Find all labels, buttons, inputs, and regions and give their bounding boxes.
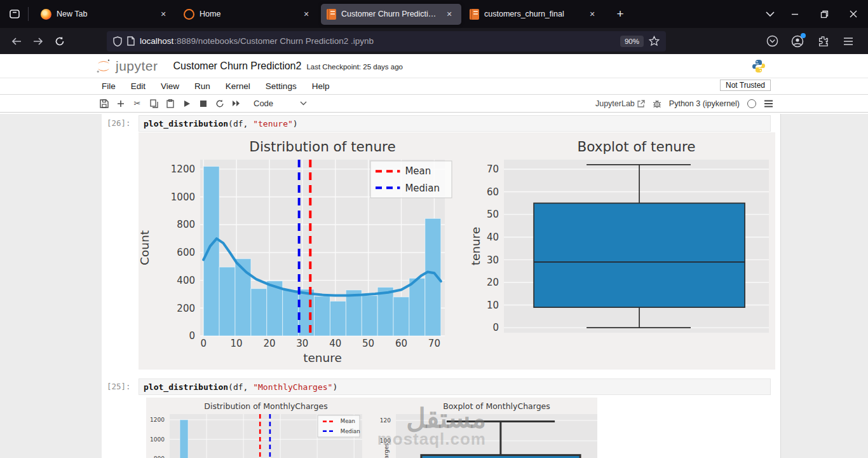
- extensions-button[interactable]: [813, 32, 832, 51]
- chevron-down-icon: [300, 101, 307, 106]
- menu-bar: Not Trusted FileEditViewRunKernelSetting…: [0, 78, 868, 95]
- url-bar[interactable]: localhost:8889/notebooks/Customer Churn …: [107, 31, 666, 52]
- forward-button[interactable]: [28, 32, 48, 51]
- toolbar-menu-icon[interactable]: [764, 100, 773, 108]
- zoom-level-badge[interactable]: 90%: [620, 36, 644, 47]
- tab-title: customers_churn_final: [484, 10, 581, 18]
- execution-count: [26]:: [107, 118, 131, 128]
- screen: New Tab✕Home✕Customer Churn Prediction2✕…: [0, 0, 868, 458]
- checkpoint-text: Last Checkpoint: 25 days ago: [306, 61, 403, 71]
- svg-text:Distribution of MonthlyCharges: Distribution of MonthlyCharges: [204, 401, 327, 411]
- browser-tab-3[interactable]: Customer Churn Prediction2✕: [321, 4, 461, 25]
- kernel-name[interactable]: Python 3 (ipykernel): [669, 99, 740, 108]
- svg-text:70: 70: [487, 163, 499, 175]
- svg-text:Count: Count: [139, 230, 151, 265]
- cell-type-dropdown[interactable]: Code: [254, 99, 307, 108]
- svg-text:600: 600: [177, 247, 195, 258]
- tab-title: Home: [200, 10, 295, 18]
- code-token: (df,: [228, 382, 253, 392]
- svg-text:1200: 1200: [150, 417, 165, 423]
- menu-settings[interactable]: Settings: [266, 81, 297, 91]
- jupyterlab-label: JupyterLab: [595, 99, 635, 108]
- close-icon: [850, 10, 857, 18]
- back-button[interactable]: [6, 32, 27, 51]
- tab-close-button[interactable]: ✕: [157, 8, 170, 20]
- minimize-button[interactable]: [780, 0, 810, 28]
- restore-icon: [820, 10, 829, 18]
- svg-text:400: 400: [177, 275, 195, 286]
- notebook-icon: [470, 9, 479, 20]
- close-window-button[interactable]: [839, 0, 868, 28]
- external-link-icon: [637, 100, 645, 108]
- tab-close-button[interactable]: ✕: [443, 8, 456, 20]
- open-jupyterlab-link[interactable]: JupyterLab: [595, 99, 645, 108]
- account-button[interactable]: [788, 32, 807, 51]
- menu-file[interactable]: File: [102, 81, 116, 91]
- add-cell-button[interactable]: [112, 97, 129, 111]
- restore-button[interactable]: [810, 0, 839, 28]
- svg-text:Boxplot of tenure: Boxplot of tenure: [577, 139, 695, 155]
- tab-close-button[interactable]: ✕: [300, 8, 313, 20]
- cut-cell-button[interactable]: ✂: [129, 97, 146, 111]
- jupyter-logo[interactable]: jupyter: [95, 58, 158, 74]
- svg-text:30: 30: [296, 338, 308, 349]
- svg-text:0: 0: [200, 338, 207, 349]
- tab-title: New Tab: [57, 10, 152, 18]
- browser-tab-1[interactable]: New Tab✕: [35, 4, 175, 25]
- menu-view[interactable]: View: [161, 81, 179, 91]
- url-path: :8889/notebooks/Customer Churn Predictio…: [174, 36, 374, 46]
- menu-help[interactable]: Help: [312, 81, 330, 91]
- svg-text:60: 60: [395, 338, 407, 349]
- menu-kernel[interactable]: Kernel: [226, 81, 250, 91]
- notebook-cells: [26]: plot_distribution(df, "tenure") 02…: [102, 114, 781, 458]
- code-input[interactable]: plot_distribution(df, "tenure"): [139, 115, 771, 132]
- restart-kernel-button[interactable]: [212, 97, 228, 111]
- menu-run[interactable]: Run: [194, 81, 210, 91]
- figure-1-canvas: 020040060080010001200010203040506070tenu…: [139, 132, 775, 370]
- notebook-scroll-area[interactable]: [26]: plot_distribution(df, "tenure") 02…: [0, 114, 868, 458]
- copy-cell-button[interactable]: [146, 97, 162, 111]
- menu-edit[interactable]: Edit: [131, 81, 146, 91]
- python-logo-icon: [751, 59, 766, 76]
- browser-toolbar: localhost:8889/notebooks/Customer Churn …: [0, 28, 868, 54]
- pocket-button[interactable]: [763, 32, 782, 51]
- restart-run-all-button[interactable]: [228, 97, 245, 111]
- paste-cell-button[interactable]: [162, 97, 179, 111]
- save-button[interactable]: [96, 97, 112, 111]
- code-token-string: "tenure": [253, 119, 293, 128]
- code-token-string: "MonthlyCharges": [253, 382, 332, 392]
- svg-text:tenure: tenure: [469, 227, 482, 266]
- browser-tab-2[interactable]: Home✕: [178, 4, 318, 25]
- notebook-toolbar: ✂ Code JupyterLab Python 3 (ipykernel): [0, 95, 868, 113]
- app-menu-button[interactable]: [839, 32, 858, 51]
- new-tab-button[interactable]: +: [611, 4, 630, 24]
- svg-text:800: 800: [154, 455, 165, 458]
- browser-tab-bar: New Tab✕Home✕Customer Churn Prediction2✕…: [0, 0, 868, 28]
- code-input[interactable]: plot_distribution(df, "MonthlyCharges"): [139, 378, 771, 395]
- svg-text:30: 30: [487, 254, 499, 266]
- code-token: ): [332, 382, 337, 392]
- notebook-title[interactable]: Customer Churn Prediction2: [173, 60, 302, 72]
- trust-status-badge[interactable]: Not Trusted: [720, 80, 771, 91]
- jupyter-wordmark: jupyter: [116, 59, 158, 74]
- svg-text:0: 0: [189, 330, 195, 342]
- run-cell-button[interactable]: [179, 97, 195, 111]
- debugger-bug-icon[interactable]: [653, 99, 661, 108]
- minimize-icon: [791, 10, 799, 18]
- tab-close-button[interactable]: ✕: [586, 8, 599, 20]
- browser-tab-4[interactable]: customers_churn_final✕: [464, 4, 604, 25]
- firefox-view-button[interactable]: [4, 4, 25, 24]
- bookmark-star-icon[interactable]: [649, 36, 660, 46]
- interrupt-kernel-button[interactable]: [195, 97, 212, 111]
- notification-dot: [801, 33, 806, 38]
- svg-text:40: 40: [487, 232, 499, 243]
- notebook-icon: [327, 9, 336, 20]
- svg-text:10: 10: [231, 338, 243, 349]
- svg-text:50: 50: [362, 338, 374, 349]
- svg-text:70: 70: [428, 338, 440, 349]
- list-tabs-button[interactable]: [760, 4, 780, 24]
- jupyter-page: jupyter Customer Churn Prediction2 Last …: [0, 54, 868, 458]
- reload-button[interactable]: [50, 32, 70, 51]
- svg-text:20: 20: [487, 277, 499, 288]
- notebook-header: jupyter Customer Churn Prediction2 Last …: [0, 54, 868, 78]
